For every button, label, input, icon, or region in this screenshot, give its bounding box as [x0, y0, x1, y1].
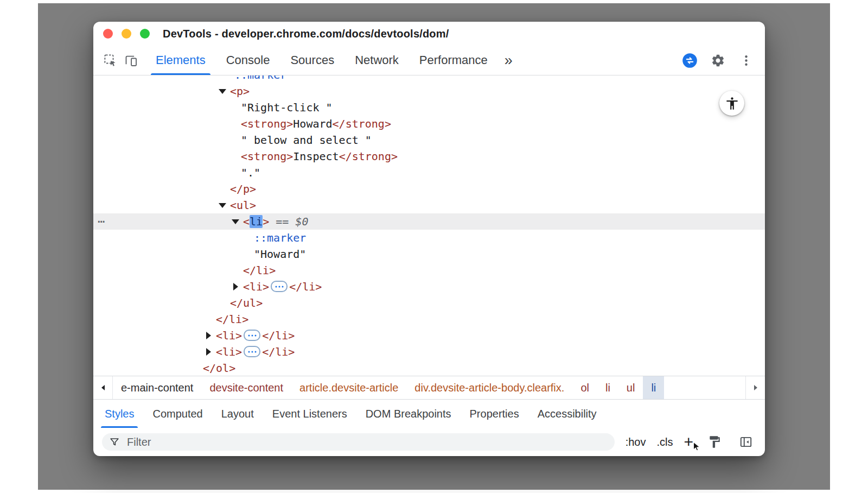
sidebar-tab-dom-breakpoints[interactable]: DOM Breakpoints	[356, 400, 461, 428]
dom-tag: <strong>	[241, 150, 293, 163]
dom-tree-line[interactable]: </li>	[93, 311, 765, 327]
dollar-zero-label: $0	[295, 215, 308, 228]
sidebar-tab-event-listeners[interactable]: Event Listeners	[263, 400, 356, 428]
overflow-indicator-icon: ⋯	[98, 213, 105, 230]
collapse-arrow-icon[interactable]	[218, 83, 227, 99]
dom-tree-line-selected[interactable]: ⋯<li> == $0	[93, 213, 765, 230]
accessibility-overlay-button[interactable]	[719, 91, 744, 116]
breadcrumb-item[interactable]: e-main-content	[113, 376, 201, 399]
tab-network[interactable]: Network	[344, 46, 409, 75]
more-tabs-icon: »	[505, 52, 513, 68]
dom-tag: </ol>	[203, 362, 235, 375]
inspect-icon	[103, 53, 118, 68]
accessibility-person-icon	[725, 96, 739, 111]
dom-tree-line[interactable]: </ul>	[93, 295, 765, 311]
expand-arrow-icon[interactable]	[204, 344, 213, 360]
expand-arrow-icon[interactable]	[204, 327, 213, 344]
breadcrumb-scroll-right-button[interactable]	[745, 376, 765, 399]
filter-funnel-icon	[108, 436, 120, 448]
dom-tag: </li>	[262, 345, 295, 358]
format-paint-button[interactable]	[704, 432, 725, 452]
device-toolbar-button[interactable]	[120, 50, 141, 71]
filter-input[interactable]	[126, 435, 608, 449]
dom-tree-line[interactable]: <li></li>	[93, 344, 765, 360]
dom-tree-line[interactable]: <li></li>	[93, 279, 765, 295]
dom-tree-line[interactable]: <strong>Inspect</strong>	[93, 148, 765, 165]
dom-tag: </strong>	[333, 117, 391, 130]
dom-tag: </li>	[243, 264, 276, 277]
dom-tree-line[interactable]: <strong>Howard</strong>	[93, 116, 765, 132]
dom-tag: <strong>	[241, 117, 293, 130]
tab-sources[interactable]: Sources	[280, 46, 344, 75]
sync-badge-icon	[682, 53, 698, 68]
tab-elements[interactable]: Elements	[145, 46, 216, 75]
settings-button[interactable]	[707, 50, 728, 71]
breadcrumb-item[interactable]: ul	[618, 376, 643, 399]
dom-tree-line[interactable]: <li></li>	[93, 327, 765, 344]
dom-tag: <p>	[230, 85, 250, 98]
dom-tree-line[interactable]: "."	[93, 165, 765, 181]
dom-tree-line[interactable]: ::marker	[93, 230, 765, 246]
dom-tag: </li>	[289, 280, 322, 293]
sidebar-tabs: StylesComputedLayoutEvent ListenersDOM B…	[93, 399, 765, 428]
dom-space	[289, 215, 295, 228]
filter-field	[102, 433, 615, 451]
dom-text: "Howard"	[254, 248, 306, 261]
tab-performance[interactable]: Performance	[409, 46, 498, 75]
tab-console[interactable]: Console	[216, 46, 280, 75]
dom-tree-line[interactable]: </p>	[93, 181, 765, 197]
device-toolbar-icon	[124, 53, 138, 68]
breadcrumb-item[interactable]: ol	[572, 376, 597, 399]
breadcrumb-item[interactable]: article.devsite-article	[291, 376, 406, 399]
element-classes-button[interactable]: .cls	[656, 436, 673, 448]
dom-tree-line[interactable]: "Right-click "	[93, 99, 765, 116]
dom-tree-line[interactable]: <ul>	[93, 197, 765, 213]
breadcrumb-item-selected[interactable]: li	[643, 376, 664, 399]
minimize-button[interactable]	[122, 29, 131, 39]
dom-tree-line[interactable]: </ol>	[93, 360, 765, 376]
dom-tag: <li>	[216, 345, 242, 358]
dom-tree-line[interactable]: "Howard"	[93, 246, 765, 262]
dom-text: Howard	[293, 117, 332, 130]
dom-tree-line[interactable]: <p>	[93, 83, 765, 99]
collapsed-content-icon[interactable]	[271, 281, 288, 292]
breadcrumb-scroll-left-button[interactable]	[93, 376, 113, 399]
breadcrumb-item[interactable]: div.devsite-article-body.clearfix.	[406, 376, 572, 399]
collapse-arrow-icon[interactable]	[218, 197, 227, 213]
sync-badge-button[interactable]	[679, 50, 700, 71]
dom-tag: </li>	[262, 329, 295, 342]
collapse-arrow-icon[interactable]	[231, 213, 240, 230]
sidebar-tab-computed[interactable]: Computed	[143, 400, 212, 428]
pseudo-element-label: ::marker	[254, 231, 306, 244]
inspect-element-button[interactable]	[100, 50, 120, 71]
main-toolbar: ElementsConsoleSourcesNetworkPerformance…	[93, 46, 765, 75]
breadcrumb-item[interactable]: li	[597, 376, 618, 399]
selected-node-name: li	[250, 215, 263, 228]
expand-arrow-icon[interactable]	[231, 279, 240, 295]
close-button[interactable]	[103, 29, 113, 39]
zoom-button[interactable]	[140, 29, 150, 39]
more-tabs-button[interactable]: »	[498, 53, 519, 68]
panel-tabs: ElementsConsoleSourcesNetworkPerformance	[145, 46, 498, 75]
sidebar-tab-properties[interactable]: Properties	[461, 400, 528, 428]
dom-tag: <ul>	[230, 199, 256, 212]
toolbar-right-icons	[679, 50, 758, 71]
dom-text: "."	[241, 166, 260, 179]
dock-side-icon	[739, 435, 753, 449]
breadcrumb-item[interactable]: devsite-content	[201, 376, 291, 399]
toggle-element-state-button[interactable]: :hov	[626, 436, 646, 448]
dom-tree-line[interactable]: </li>	[93, 262, 765, 279]
dom-tree-line[interactable]: " below and select "	[93, 132, 765, 148]
collapsed-content-icon[interactable]	[244, 330, 260, 341]
sidebar-tab-layout[interactable]: Layout	[212, 400, 263, 428]
sidebar-tab-styles[interactable]: Styles	[95, 400, 143, 428]
dom-tag: <li>	[216, 329, 242, 342]
dom-text: Inspect	[293, 150, 339, 163]
dom-text: "Right-click "	[241, 101, 333, 114]
menu-button[interactable]	[736, 50, 756, 71]
dock-side-button[interactable]	[736, 432, 756, 452]
dom-tag: </strong>	[339, 150, 398, 163]
collapsed-content-icon[interactable]	[244, 346, 260, 357]
sidebar-tab-accessibility[interactable]: Accessibility	[528, 400, 606, 428]
dom-tree-line[interactable]: ::marker	[93, 75, 765, 83]
